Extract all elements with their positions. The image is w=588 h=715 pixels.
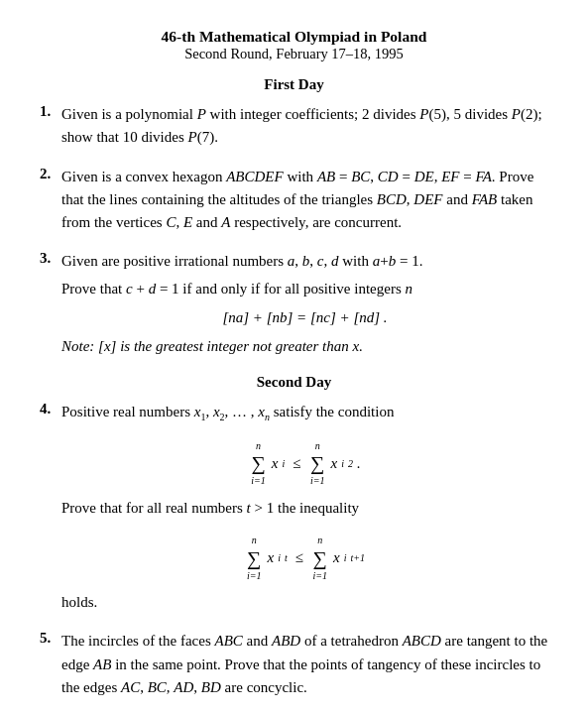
problem-4-display1: n ∑ i=1 xi ≤ n ∑ i=1 xi2 . xyxy=(61,433,548,489)
sigma-1: n ∑ i=1 xyxy=(251,438,266,489)
problem-number-4: 4. xyxy=(40,401,61,417)
day-heading-1: First Day xyxy=(40,76,548,93)
problem-3-note: Note: [x] is the greatest integer not gr… xyxy=(61,335,548,358)
problem-content-4: Positive real numbers x1, x2, … , xn sat… xyxy=(61,401,548,618)
problem-3: 3. Given are positive irrational numbers… xyxy=(40,250,548,362)
problem-1: 1. Given is a polynomial P with integer … xyxy=(40,103,548,154)
problem-number-3: 3. xyxy=(40,250,61,267)
problem-content-3: Given are positive irrational numbers a,… xyxy=(61,250,548,362)
title-sub: Second Round, February 17–18, 1995 xyxy=(40,46,548,62)
title-main: 46-th Mathematical Olympiad in Poland xyxy=(40,28,548,46)
day-heading-2: Second Day xyxy=(40,374,548,391)
problem-4-line2: Prove that for all real numbers t > 1 th… xyxy=(61,497,548,520)
problem-1-text: Given is a polynomial P with integer coe… xyxy=(61,103,548,150)
problem-4-holds: holds. xyxy=(61,591,548,614)
sigma-2: n ∑ i=1 xyxy=(310,438,325,489)
problem-3-line1: Given are positive irrational numbers a,… xyxy=(61,250,548,273)
problem-content-5: The incircles of the faces ABC and ABD o… xyxy=(61,630,548,703)
problem-4: 4. Positive real numbers x1, x2, … , xn … xyxy=(40,401,548,618)
problem-content-1: Given is a polynomial P with integer coe… xyxy=(61,103,548,154)
problem-number-2: 2. xyxy=(40,166,61,182)
problem-2: 2. Given is a convex hexagon ABCDEF with… xyxy=(40,166,548,239)
problem-4-display2: n ∑ i=1 xit ≤ n ∑ i=1 xit+1 xyxy=(61,528,548,583)
problem-number-1: 1. xyxy=(40,103,61,120)
problem-5: 5. The incircles of the faces ABC and AB… xyxy=(40,630,548,703)
problem-4-line1: Positive real numbers x1, x2, … , xn sat… xyxy=(61,401,548,425)
problem-3-display: [na] + [nb] = [nc] + [nd] . xyxy=(61,306,548,329)
sigma-3: n ∑ i=1 xyxy=(247,533,262,583)
sigma-4: n ∑ i=1 xyxy=(312,533,327,583)
problem-5-text: The incircles of the faces ABC and ABD o… xyxy=(61,630,548,699)
document-container: 46-th Mathematical Olympiad in Poland Se… xyxy=(40,28,548,703)
problem-content-2: Given is a convex hexagon ABCDEF with AB… xyxy=(61,166,548,239)
problem-3-line2: Prove that c + d = 1 if and only if for … xyxy=(61,278,548,300)
title-block: 46-th Mathematical Olympiad in Poland Se… xyxy=(40,28,548,62)
problem-2-text: Given is a convex hexagon ABCDEF with AB… xyxy=(61,166,548,235)
problem-number-5: 5. xyxy=(40,630,61,647)
